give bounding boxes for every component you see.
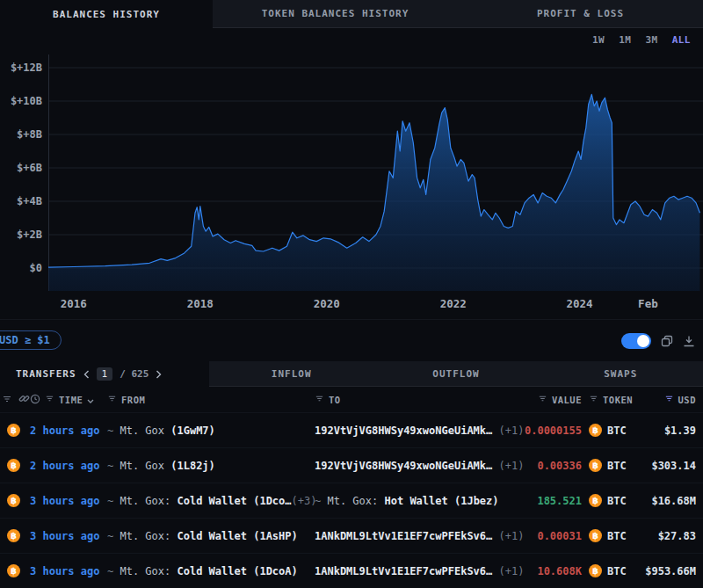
from-entity-link[interactable]: ~ Mt. Gox: Cold Wallet (1DcoA) (107, 565, 315, 577)
token-label: BTC (607, 530, 627, 542)
usd-filter-chip[interactable]: USD ≥ $1 (0, 330, 62, 350)
clock-icon (30, 394, 40, 406)
to-address: 192VtVjVG8HWSy49xwoNGeUiAMk… (315, 425, 492, 437)
column-header-from[interactable]: FROM (107, 394, 315, 405)
usd-cell: $16.68M (651, 495, 696, 507)
tab-profit-and-loss[interactable]: PROFIT & LOSS (458, 0, 703, 28)
pagination-next-icon[interactable] (156, 370, 162, 379)
table-row[interactable]: ฿ 2 hours ago ~ Mt. Gox (1GwM7) 192VtVjV… (0, 413, 703, 448)
balances-history-panel: BALANCES HISTORY TOKEN BALANCES HISTORY … (0, 0, 703, 588)
usd-cell: $953.66M (645, 565, 696, 577)
entity-squiggle-icon: ~ (107, 460, 120, 472)
pagination-prev-icon[interactable] (83, 370, 90, 379)
time-link[interactable]: 3 hours ago (30, 565, 107, 577)
svg-text:$+6B: $+6B (17, 162, 42, 174)
chevron-down-icon (87, 395, 94, 405)
from-address: (1L82j) (170, 460, 215, 472)
to-address: 1ANkDML9LtVv1E1EF7cwPFEkSv6… (315, 530, 492, 542)
table-row[interactable]: ฿ 2 hours ago ~ Mt. Gox (1L82j) 192VtVjV… (0, 448, 703, 483)
from-header-label: FROM (121, 395, 145, 405)
usd-toggle[interactable] (621, 333, 651, 349)
pagination-total: / 625 (120, 368, 149, 380)
tab-token-balances-history[interactable]: TOKEN BALANCES HISTORY (213, 0, 458, 28)
btc-icon: ฿ (589, 424, 602, 437)
svg-text:2024: 2024 (567, 297, 593, 310)
to-extra: (+1) (492, 530, 524, 542)
to-entity-link[interactable]: 192VtVjVG8HWSy49xwoNGeUiAMk… (+1) (315, 425, 518, 437)
token-cell: ฿BTC (582, 494, 643, 507)
top-tab-bar: BALANCES HISTORY TOKEN BALANCES HISTORY … (0, 0, 703, 28)
range-all-button[interactable]: ALL (672, 34, 691, 46)
from-entity-link[interactable]: ~ Mt. Gox: Cold Wallet (1AsHP) (107, 530, 315, 542)
to-name: Mt. Gox: (327, 495, 384, 507)
to-entity-link[interactable]: 1ANkDML9LtVv1E1EF7cwPFEkSv6… (+1) (315, 565, 518, 577)
column-header-usd[interactable]: USD (643, 394, 696, 405)
svg-text:2022: 2022 (440, 297, 467, 310)
column-header-value[interactable]: VALUE (518, 394, 582, 405)
toggle-knob (637, 335, 649, 347)
balances-area-chart[interactable]: $0$+2B$+4B$+6B$+8B$+10B$+12B201620182020… (0, 51, 703, 319)
download-icon[interactable] (683, 335, 695, 347)
token-cell: ฿BTC (582, 529, 643, 542)
btc-icon: ฿ (7, 424, 20, 437)
chart-filter-row: USD ≥ $1 (0, 319, 703, 361)
range-3m-button[interactable]: 3M (645, 34, 657, 46)
from-entity-link[interactable]: ~ Mt. Gox (1L82j) (107, 460, 315, 472)
tab-inflow[interactable]: INFLOW (209, 361, 373, 386)
from-address: Cold Wallet (1AsHP) (177, 530, 297, 542)
range-1w-button[interactable]: 1W (592, 34, 605, 46)
to-entity-link[interactable]: 1ANkDML9LtVv1E1EF7cwPFEkSv6… (+1) (315, 530, 518, 542)
to-address: 192VtVjVG8HWSy49xwoNGeUiAMk… (315, 460, 492, 472)
usd-cell: $303.14 (651, 460, 696, 472)
svg-text:Feb: Feb (638, 297, 658, 310)
from-entity-link[interactable]: ~ Mt. Gox: Cold Wallet (1Dco…(+3) (107, 495, 315, 507)
table-row[interactable]: ฿ 3 hours ago ~ Mt. Gox: Cold Wallet (1D… (0, 554, 703, 588)
link-icon[interactable] (18, 393, 30, 406)
svg-text:$+8B: $+8B (17, 128, 42, 141)
tab-outflow[interactable]: OUTFLOW (373, 361, 538, 386)
btc-icon: ฿ (7, 564, 20, 577)
token-header-label: TOKEN (603, 395, 633, 405)
usd-cell: $27.83 (658, 530, 696, 542)
to-entity-link[interactable]: 192VtVjVG8HWSy49xwoNGeUiAMk… (+1) (315, 460, 518, 472)
usd-cell: $1.39 (664, 425, 696, 437)
from-entity-link[interactable]: ~ Mt. Gox (1GwM7) (107, 425, 315, 437)
btc-icon: ฿ (589, 564, 602, 577)
usd-header-label: USD (678, 395, 696, 405)
sort-icon (538, 394, 547, 405)
from-address: Cold Wallet (1Dco… (177, 495, 291, 507)
token-label: BTC (607, 460, 627, 472)
range-1m-button[interactable]: 1M (619, 34, 631, 46)
token-cell: ฿BTC (582, 459, 643, 472)
time-link[interactable]: 3 hours ago (30, 495, 107, 507)
column-header-time[interactable]: TIME (30, 394, 107, 406)
svg-text:$+4B: $+4B (17, 195, 42, 207)
to-entity-link[interactable]: ~ Mt. Gox: Hot Wallet (1Jbez) (315, 495, 518, 507)
value-cell: 0.00336 (537, 460, 582, 472)
column-header-token[interactable]: TOKEN (582, 394, 643, 405)
entity-squiggle-icon: ~ (107, 425, 120, 437)
table-row[interactable]: ฿ 3 hours ago ~ Mt. Gox: Cold Wallet (1D… (0, 483, 703, 519)
from-name: Mt. Gox: (120, 565, 177, 577)
token-cell: ฿BTC (582, 564, 643, 577)
from-name: Mt. Gox: (120, 530, 177, 542)
table-row[interactable]: ฿ 3 hours ago ~ Mt. Gox: Cold Wallet (1A… (0, 519, 703, 554)
filter-icon[interactable] (2, 394, 12, 406)
btc-icon: ฿ (589, 529, 602, 542)
token-cell: ฿BTC (582, 424, 643, 437)
btc-icon: ฿ (589, 459, 602, 472)
tab-swaps[interactable]: SWAPS (539, 361, 703, 386)
token-label: BTC (607, 425, 627, 437)
time-link[interactable]: 2 hours ago (30, 425, 107, 437)
value-cell: 185.521 (537, 495, 582, 507)
copy-icon[interactable] (661, 335, 673, 347)
tab-balances-history[interactable]: BALANCES HISTORY (0, 0, 213, 28)
time-range-selector: 1W 1M 3M ALL (0, 28, 703, 51)
svg-text:$+10B: $+10B (11, 95, 42, 107)
svg-text:$0: $0 (30, 262, 42, 274)
transfers-tab[interactable]: TRANSFERS (16, 368, 76, 380)
from-extra: (+3) (292, 495, 317, 507)
time-link[interactable]: 2 hours ago (30, 460, 107, 472)
column-header-to[interactable]: TO (315, 394, 518, 405)
time-link[interactable]: 3 hours ago (30, 530, 107, 542)
